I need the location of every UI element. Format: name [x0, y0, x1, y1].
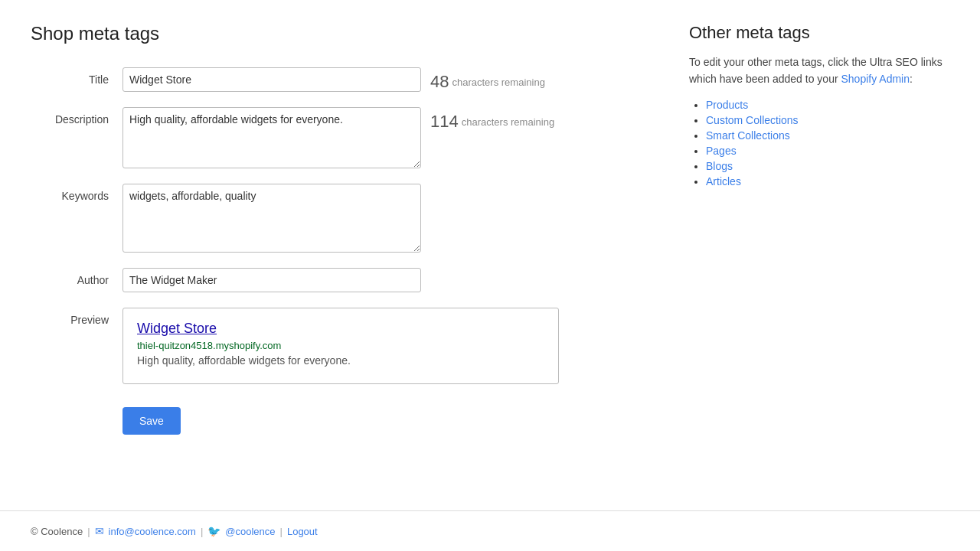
title-row: Title 48 characters remaining: [31, 67, 643, 92]
preview-field-group: Widget Store thiel-quitzon4518.myshopify…: [122, 308, 643, 384]
footer: © Coolence | ✉ info@coolence.com | 🐦 @co…: [0, 510, 980, 551]
save-button[interactable]: Save: [122, 407, 181, 435]
other-meta-title: Other meta tags: [689, 23, 949, 43]
title-field-group: 48 characters remaining: [122, 67, 643, 92]
list-item: Custom Collections: [706, 114, 949, 126]
other-meta-description: To edit your other meta tags, click the …: [689, 54, 949, 88]
preview-box: Widget Store thiel-quitzon4518.myshopify…: [122, 308, 559, 384]
footer-sep-1: |: [87, 526, 90, 537]
description-field-group: High quality, affordable widgets for eve…: [122, 107, 643, 168]
other-links-list: ProductsCustom CollectionsSmart Collecti…: [689, 99, 949, 187]
keywords-field-group: widgets, affordable, quality: [122, 184, 643, 253]
other-link[interactable]: Articles: [706, 175, 741, 187]
description-label: Description: [31, 107, 122, 126]
title-label: Title: [31, 67, 122, 86]
author-input[interactable]: [122, 268, 421, 292]
other-link[interactable]: Pages: [706, 145, 737, 157]
shopify-admin-link[interactable]: Shopify Admin: [841, 73, 910, 85]
preview-title[interactable]: Widget Store: [137, 321, 544, 337]
other-link[interactable]: Smart Collections: [706, 129, 790, 142]
title-char-count: 48 characters remaining: [430, 67, 545, 92]
description-textarea[interactable]: High quality, affordable widgets for eve…: [122, 107, 421, 168]
list-item: Pages: [706, 145, 949, 157]
footer-sep-3: |: [280, 526, 283, 537]
title-input[interactable]: [122, 67, 421, 92]
preview-label: Preview: [31, 308, 122, 326]
title-chars-label: characters remaining: [452, 77, 544, 88]
keywords-row: Keywords widgets, affordable, quality: [31, 184, 643, 253]
keywords-textarea[interactable]: widgets, affordable, quality: [122, 184, 421, 253]
title-chars-number: 48: [430, 72, 449, 92]
author-label: Author: [31, 268, 122, 286]
footer-logout-link[interactable]: Logout: [287, 526, 318, 537]
page-title: Shop meta tags: [31, 23, 643, 44]
list-item: Blogs: [706, 160, 949, 172]
twitter-icon: 🐦: [207, 525, 220, 537]
mail-icon: ✉: [95, 525, 104, 537]
list-item: Articles: [706, 175, 949, 187]
other-link[interactable]: Custom Collections: [706, 114, 799, 126]
right-panel: Other meta tags To edit your other meta …: [689, 23, 949, 487]
save-row: Save: [31, 399, 643, 435]
other-link[interactable]: Products: [706, 99, 748, 111]
description-row: Description High quality, affordable wid…: [31, 107, 643, 168]
author-row: Author: [31, 268, 643, 292]
description-chars-number: 114: [430, 112, 459, 132]
description-chars-label: characters remaining: [462, 116, 554, 128]
footer-email-link[interactable]: info@coolence.com: [109, 526, 196, 537]
list-item: Smart Collections: [706, 129, 949, 142]
footer-copyright: © Coolence: [31, 526, 83, 537]
preview-row: Preview Widget Store thiel-quitzon4518.m…: [31, 308, 643, 384]
footer-sep-2: |: [201, 526, 203, 537]
footer-twitter-link[interactable]: @coolence: [225, 526, 275, 537]
list-item: Products: [706, 99, 949, 111]
left-panel: Shop meta tags Title 48 characters remai…: [31, 23, 643, 487]
other-link[interactable]: Blogs: [706, 160, 733, 172]
preview-url: thiel-quitzon4518.myshopify.com: [137, 340, 544, 351]
author-field-group: [122, 268, 643, 292]
description-char-count: 114 characters remaining: [430, 107, 554, 132]
keywords-label: Keywords: [31, 184, 122, 202]
preview-description: High quality, affordable widgets for eve…: [137, 354, 544, 367]
